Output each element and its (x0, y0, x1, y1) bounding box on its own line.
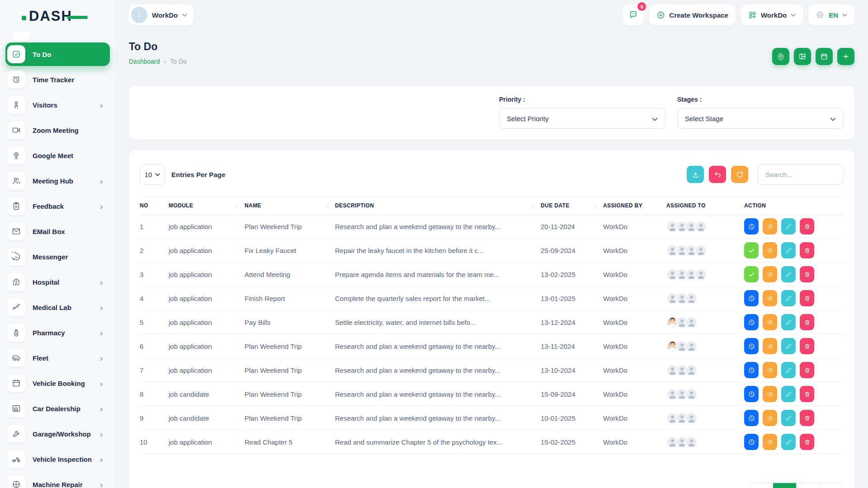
priority-select[interactable]: Select Priority (499, 108, 665, 129)
sidebar-item-car-dealership[interactable]: Car Dealership› (5, 397, 110, 420)
cell-name: Plan Weekend Trip (245, 366, 335, 374)
view-action-button[interactable] (763, 434, 777, 450)
delete-action-button[interactable] (800, 386, 814, 402)
timer-action-button[interactable] (744, 386, 759, 402)
timer-action-button[interactable] (744, 362, 759, 378)
app-logo: DASH (29, 7, 72, 25)
timer-action-button[interactable] (744, 434, 759, 450)
edit-action-button[interactable] (781, 314, 796, 330)
sort-icon[interactable]: ↑↓ (531, 203, 534, 208)
sort-icon[interactable]: ↑↓ (593, 203, 597, 208)
timer-action-button[interactable] (744, 338, 759, 354)
edit-action-button[interactable] (781, 362, 796, 378)
search-input[interactable] (758, 164, 844, 185)
view-action-button[interactable] (763, 410, 777, 426)
delete-action-button[interactable] (800, 362, 814, 378)
reset-button[interactable] (709, 166, 726, 183)
sidebar-item-meeting-hub[interactable]: Meeting Hub› (5, 169, 110, 192)
delete-action-button[interactable] (800, 314, 814, 330)
pagination-page-2[interactable]: 2 (796, 483, 820, 488)
workdo-menu-button[interactable]: WorkDo (741, 5, 803, 25)
cell-no: 9 (140, 414, 169, 422)
refresh-button[interactable] (731, 166, 748, 183)
timer-action-button[interactable] (744, 218, 759, 235)
edit-action-button[interactable] (781, 266, 796, 282)
delete-action-button[interactable] (800, 266, 814, 282)
breadcrumb-dashboard-link[interactable]: Dashboard (129, 58, 160, 65)
edit-action-button[interactable] (781, 386, 796, 402)
delete-action-button[interactable] (800, 242, 814, 258)
edit-action-button[interactable] (781, 290, 796, 306)
complete-action-button[interactable] (744, 242, 759, 258)
complete-action-button[interactable] (744, 266, 759, 282)
delete-action-button[interactable] (800, 290, 814, 306)
view-action-button[interactable] (763, 362, 777, 378)
delete-action-button[interactable] (800, 410, 814, 426)
view-action-button[interactable] (763, 314, 777, 330)
sidebar-item-feedback[interactable]: Feedback› (5, 194, 110, 218)
timer-action-button[interactable] (744, 410, 759, 426)
view-action-button[interactable] (763, 338, 777, 354)
create-workspace-button[interactable]: Create Workspace (649, 5, 736, 25)
sort-icon[interactable]: ↑↓ (235, 203, 238, 208)
view-action-button[interactable] (763, 290, 777, 306)
sidebar-item-vehicle-inspection[interactable]: Vehicle Inspection› (5, 447, 110, 471)
delete-action-button[interactable] (800, 218, 814, 235)
sidebar-item-hospital[interactable]: Hospital› (5, 270, 110, 294)
sidebar-item-messenger[interactable]: Messenger (5, 245, 110, 268)
edit-action-button[interactable] (781, 434, 796, 450)
chevron-down-icon (182, 14, 187, 17)
delete-action-button[interactable] (800, 434, 814, 450)
edit-action-button[interactable] (781, 338, 796, 354)
sidebar-item-email-box[interactable]: EMail Box (5, 220, 110, 243)
table-toolbar (687, 164, 844, 185)
calendar-icon (7, 374, 25, 392)
edit-action-button[interactable] (781, 218, 796, 235)
pagination-page-1[interactable]: 1 (773, 483, 796, 488)
view-action-button[interactable] (763, 218, 777, 235)
chat-button[interactable]: 0 (623, 5, 644, 25)
table-body: 1job applicationPlan Weekend TripResearc… (140, 215, 844, 454)
edit-action-button[interactable] (781, 410, 796, 426)
sidebar-item-time-tracker[interactable]: Time Tracker (5, 68, 110, 91)
view-action-button[interactable] (763, 242, 777, 258)
sidebar-item-google-meet[interactable]: Google Meet (5, 144, 110, 167)
column-header-name[interactable]: NAME↑↓ (245, 202, 335, 209)
delete-action-button[interactable] (800, 338, 814, 354)
sidebar-item-medical-lab[interactable]: Medical Lab› (5, 296, 110, 319)
sidebar-item-pharmacy[interactable]: Pharmacy› (5, 321, 110, 344)
sidebar-item-fleet[interactable]: Fleet› (5, 346, 110, 370)
stages-select[interactable]: Select Stage (677, 108, 844, 129)
workspace-selector[interactable]: WorkDo (129, 5, 193, 25)
sidebar-item-label: Machine Repair (33, 481, 83, 488)
chevron-right-icon: › (100, 480, 103, 488)
settings-button[interactable] (772, 48, 789, 65)
column-header-module[interactable]: MODULE↑↓ (169, 202, 245, 209)
pagination-next[interactable]: › (820, 483, 843, 488)
sidebar-item-visitors[interactable]: Visitors› (5, 93, 110, 117)
edit-action-button[interactable] (781, 242, 796, 258)
column-header-due-date[interactable]: DUE DATE↑↓ (541, 202, 603, 209)
sort-icon[interactable]: ↑↓ (325, 203, 329, 208)
language-selector[interactable]: EN (808, 5, 854, 25)
sidebar-item-garage-workshop[interactable]: Garage/Workshop› (5, 422, 110, 446)
sidebar-item-zoom-meeting[interactable]: Zoom Meeting (5, 118, 110, 142)
cell-module: job application (169, 295, 245, 302)
calendar-view-button[interactable] (816, 48, 833, 65)
grid-plus-icon (748, 11, 757, 19)
pagination-prev[interactable]: ‹ (749, 483, 773, 488)
add-todo-button[interactable] (837, 48, 854, 65)
entries-per-page-select[interactable]: 10 (140, 164, 165, 185)
table-row: 2job applicationFix Leaky FaucetRepair t… (140, 239, 844, 263)
view-action-button[interactable] (763, 266, 777, 282)
sidebar-item-to-do[interactable]: To Do (5, 42, 110, 66)
cell-description: Complete the quarterly sales report for … (335, 295, 541, 302)
column-header-description[interactable]: DESCRIPTION↑↓ (335, 202, 541, 209)
export-button[interactable] (687, 166, 704, 183)
timer-action-button[interactable] (744, 314, 759, 330)
grid-view-button[interactable] (794, 48, 811, 65)
sidebar-item-machine-repair[interactable]: Machine Repair› (5, 473, 110, 488)
sidebar-item-vehicle-booking[interactable]: Vehicle Booking› (5, 371, 110, 395)
view-action-button[interactable] (763, 386, 777, 402)
timer-action-button[interactable] (744, 290, 759, 306)
